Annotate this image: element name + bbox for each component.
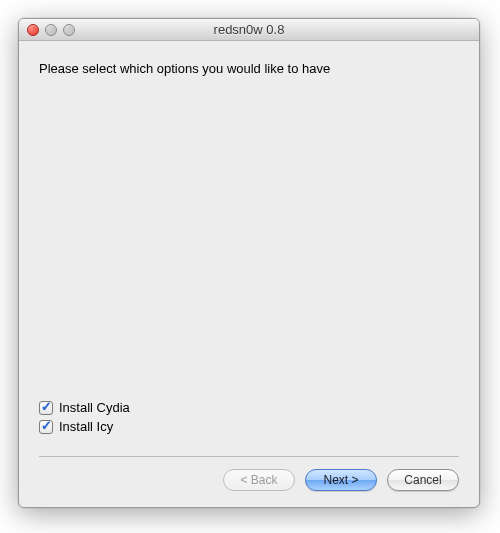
zoom-icon[interactable]	[63, 24, 75, 36]
prompt-text: Please select which options you would li…	[39, 61, 459, 76]
option-label: Install Icy	[59, 419, 113, 434]
option-install-cydia[interactable]: Install Cydia	[39, 400, 459, 415]
content-area: Please select which options you would li…	[19, 41, 479, 469]
next-button[interactable]: Next >	[305, 469, 377, 491]
app-window: redsn0w 0.8 Please select which options …	[18, 18, 480, 508]
options-group: Install Cydia Install Icy	[39, 400, 459, 438]
option-label: Install Cydia	[59, 400, 130, 415]
cancel-button[interactable]: Cancel	[387, 469, 459, 491]
checkbox-icon[interactable]	[39, 420, 53, 434]
titlebar[interactable]: redsn0w 0.8	[19, 19, 479, 41]
back-button: < Back	[223, 469, 295, 491]
spacer	[39, 76, 459, 400]
footer: < Back Next > Cancel	[19, 469, 479, 507]
minimize-icon[interactable]	[45, 24, 57, 36]
separator	[39, 456, 459, 457]
option-install-icy[interactable]: Install Icy	[39, 419, 459, 434]
traffic-lights	[19, 24, 75, 36]
window-title: redsn0w 0.8	[19, 22, 479, 37]
close-icon[interactable]	[27, 24, 39, 36]
checkbox-icon[interactable]	[39, 401, 53, 415]
